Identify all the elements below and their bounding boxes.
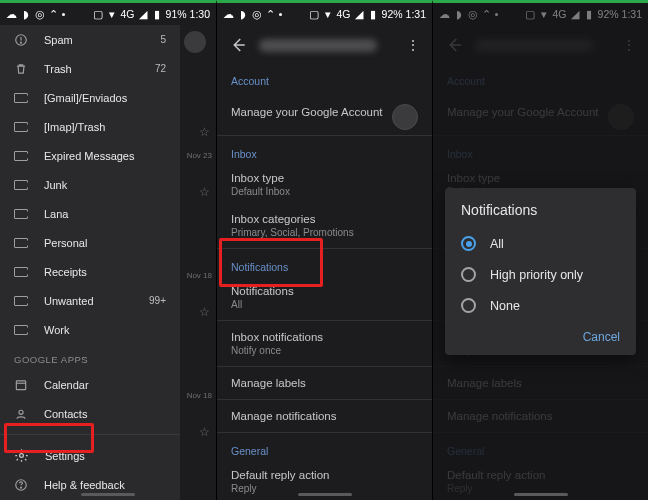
section-general: General [217,435,432,461]
drawer-item-unwanted[interactable]: Unwanted 99+ [0,286,180,315]
more-dot-icon [279,13,282,16]
app-bar: ⋮ [217,25,432,65]
drawer-item-trash[interactable]: Trash 72 [0,54,180,83]
drawer-item-expired[interactable]: Expired Messages [0,141,180,170]
avatar-icon [392,104,418,130]
label-icon [14,122,28,132]
phone-drawer: ☁ ◗ ◎ ⌃ ▢ ▾ 4G ◢ ▮ 91% 1:30 ☆ Nov 23☆ No… [0,0,216,500]
drawer-item-label: Contacts [44,408,166,420]
drawer-item-spam[interactable]: Spam 5 [0,25,180,54]
network-label: 4G [337,8,351,20]
radio-high-priority[interactable]: High priority only [461,259,620,290]
row-notifications[interactable]: Notifications All [217,277,432,318]
clock: 1:31 [406,8,426,20]
cast-icon: ▢ [309,9,320,20]
svg-rect-3 [16,380,25,389]
moon-icon: ◗ [20,9,31,20]
drawer-item-contacts[interactable]: Contacts [0,399,180,428]
drawer-item-label: Settings [45,450,166,462]
drawer-item-label: Lana [44,208,166,220]
drawer-item-junk[interactable]: Junk [0,170,180,199]
radio-all[interactable]: All [461,228,620,259]
label-icon [14,296,28,306]
status-bar: ☁ ◗ ◎ ⌃ ▢ ▾ 4G ◢ ▮ 92% 1:31 [217,3,432,25]
battery-icon: ▮ [368,9,379,20]
dialog-title: Notifications [461,202,620,218]
label-icon [14,325,28,335]
drawer-item-imap-trash[interactable]: [Imap]/Trash [0,112,180,141]
drawer-item-label: Work [44,324,166,336]
drawer-item-count: 5 [160,34,166,45]
radio-icon [461,298,476,313]
drawer-item-lana[interactable]: Lana [0,199,180,228]
label-icon [14,238,28,248]
svg-point-6 [20,454,24,458]
drawer-item-label: [Gmail]/Enviados [44,92,166,104]
cast-icon: ▢ [93,9,104,20]
row-inbox-categories[interactable]: Inbox categories Primary, Social, Promot… [217,205,432,246]
back-icon[interactable] [229,36,247,54]
radio-icon [461,267,476,282]
drawer-section-apps: GOOGLE APPS [0,344,180,370]
more-dot-icon [62,13,65,16]
battery-pct: 92% [382,8,403,20]
drawer-item-label: Spam [44,34,144,46]
drawer-item-calendar[interactable]: Calendar [0,370,180,399]
drawer-item-personal[interactable]: Personal [0,228,180,257]
target-icon: ◎ [251,9,262,20]
row-manage-account[interactable]: Manage your Google Account [217,91,432,133]
svg-point-8 [21,487,22,488]
label-icon [14,93,28,103]
settings-content: Account Manage your Google Account Inbox… [217,65,432,500]
signal-icon: ◢ [138,9,149,20]
spam-icon [14,33,28,47]
drawer-item-label: Junk [44,179,166,191]
help-icon [14,478,28,492]
overflow-icon[interactable]: ⋮ [406,37,420,53]
row-inbox-type[interactable]: Inbox type Default Inbox [217,164,432,205]
gear-icon [14,448,29,463]
drawer-item-label: Unwanted [44,295,133,307]
section-account: Account [217,65,432,91]
clock: 1:30 [190,8,210,20]
section-inbox: Inbox [217,138,432,164]
radio-label: None [490,299,520,313]
wifi-icon: ▾ [323,9,334,20]
drawer-item-settings[interactable]: Settings [0,441,180,470]
cloud-icon: ☁ [6,9,17,20]
nav-handle[interactable] [81,493,135,496]
nav-handle[interactable] [298,493,352,496]
nav-drawer: Spam 5 Trash 72 [Gmail]/Enviados [Imap]/… [0,25,180,500]
row-inbox-notifications[interactable]: Inbox notifications Notify once [217,323,432,364]
network-label: 4G [121,8,135,20]
signal-icon: ◢ [354,9,365,20]
cancel-button[interactable]: Cancel [583,330,620,344]
drawer-item-count: 99+ [149,295,166,306]
radio-icon [461,236,476,251]
svg-point-5 [19,410,23,414]
contacts-icon [14,407,28,421]
drawer-item-label: Receipts [44,266,166,278]
drawer-item-label: Calendar [44,379,166,391]
moon-icon: ◗ [237,9,248,20]
row-manage-labels[interactable]: Manage labels [217,369,432,397]
wifi-icon: ▾ [107,9,118,20]
trash-icon [14,62,28,76]
calendar-icon [14,378,28,392]
label-icon [14,267,28,277]
drawer-item-count: 72 [155,63,166,74]
row-manage-notifications[interactable]: Manage notifications [217,402,432,430]
nav-handle[interactable] [514,493,568,496]
radio-none[interactable]: None [461,290,620,321]
drawer-item-label: Expired Messages [44,150,166,162]
drawer-item-enviados[interactable]: [Gmail]/Enviados [0,83,180,112]
badge-icon: ⌃ [265,9,276,20]
drawer-item-receipts[interactable]: Receipts [0,257,180,286]
notifications-dialog: Notifications All High priority only Non… [445,188,636,355]
status-bar: ☁ ◗ ◎ ⌃ ▢ ▾ 4G ◢ ▮ 91% 1:30 [0,3,216,25]
drawer-item-work[interactable]: Work [0,315,180,344]
radio-label: All [490,237,504,251]
battery-icon: ▮ [152,9,163,20]
radio-label: High priority only [490,268,583,282]
cloud-icon: ☁ [223,9,234,20]
